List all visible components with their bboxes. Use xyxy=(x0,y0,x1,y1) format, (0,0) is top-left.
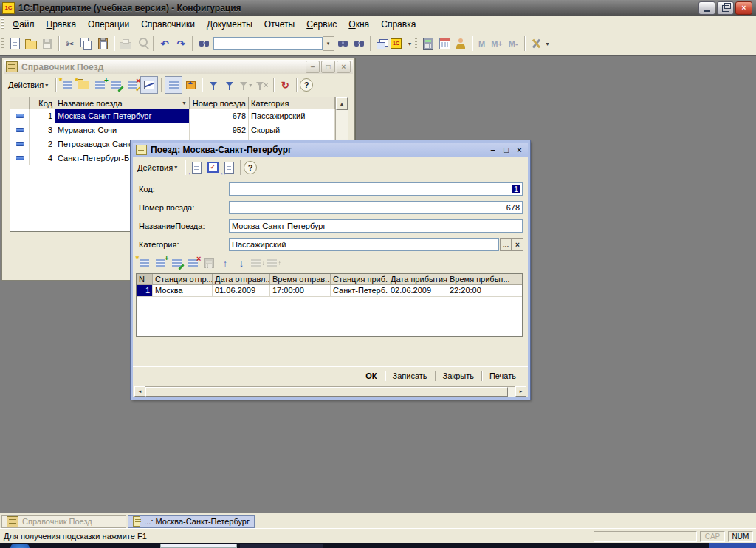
cell-code[interactable]: 1 xyxy=(30,109,55,123)
cell-category[interactable]: Скорый xyxy=(249,123,335,137)
cell-number[interactable]: 678 xyxy=(190,109,249,123)
cell-departure-time[interactable]: 17:00:00 xyxy=(270,285,331,297)
catalog-close-button[interactable]: × xyxy=(337,61,351,73)
memory-add-button[interactable]: M+ xyxy=(488,39,506,48)
add-group-icon[interactable]: * xyxy=(75,77,92,93)
print-preview-icon[interactable] xyxy=(134,35,150,52)
add-item-icon[interactable]: * xyxy=(59,77,75,93)
category-field[interactable]: Пассажирский xyxy=(229,238,499,251)
scrollbar-thumb[interactable] xyxy=(145,387,508,397)
cell-name-selected[interactable]: Москва-Санкт-Петербург xyxy=(55,109,190,123)
write-icon[interactable]: ↔ xyxy=(221,160,237,176)
header-n[interactable]: N xyxy=(137,274,153,285)
redo-icon[interactable]: ↷ xyxy=(173,35,189,52)
menu-documents[interactable]: Документы xyxy=(201,17,258,32)
cell-n-selected[interactable]: 1 xyxy=(137,285,153,297)
reread-icon[interactable]: ✓ xyxy=(205,160,221,176)
filter-by-value-icon[interactable] xyxy=(221,77,238,93)
tools-icon[interactable] xyxy=(528,35,544,52)
menu-catalogs[interactable]: Справочники xyxy=(135,17,201,32)
write-and-close-icon[interactable]: ← xyxy=(188,160,205,176)
header-arrival-time[interactable]: Время прибыт... xyxy=(447,274,522,285)
refresh-icon[interactable]: ↻ xyxy=(277,77,293,93)
find-previous-icon[interactable] xyxy=(351,35,367,52)
header-name[interactable]: Название поезда▼ xyxy=(55,97,190,109)
cell-code[interactable]: 3 xyxy=(30,123,55,137)
add-copy-icon[interactable]: + xyxy=(92,77,108,93)
list-view-icon[interactable] xyxy=(165,76,182,94)
delete-row-icon[interactable]: × xyxy=(185,255,201,271)
train-number-field[interactable]: 678 xyxy=(229,201,523,214)
calendar-icon[interactable] xyxy=(436,35,453,52)
cell-code[interactable]: 4 xyxy=(30,151,55,165)
tools-dropdown-icon[interactable]: ▾ xyxy=(544,41,551,47)
delete-item-icon[interactable]: ×✓ xyxy=(124,77,140,93)
close-dialog-button[interactable]: Закрыть xyxy=(436,369,481,383)
hierarchy-view-icon[interactable] xyxy=(140,76,158,94)
menu-operations[interactable]: Операции xyxy=(82,17,135,32)
menu-file[interactable]: Файл xyxy=(7,17,41,32)
header-departure-date[interactable]: Дата отправл... xyxy=(213,274,270,285)
toolbar-grip[interactable] xyxy=(1,38,4,49)
header-departure-time[interactable]: Время отправ... xyxy=(270,274,331,285)
cell-departure-station[interactable]: Москва xyxy=(153,285,213,297)
cell-code[interactable]: 2 xyxy=(30,137,55,151)
find-next-icon[interactable] xyxy=(334,35,351,52)
print-button[interactable]: Печать xyxy=(482,369,523,383)
dialog-close-button[interactable]: × xyxy=(514,145,525,156)
cell-category[interactable]: Пассажирский xyxy=(249,109,335,123)
memory-subtract-button[interactable]: M- xyxy=(506,39,521,48)
sort-ascending-icon[interactable]: ↓ xyxy=(250,255,266,271)
header-indicator[interactable] xyxy=(10,97,30,109)
tab-train-dialog[interactable]: ...: Москва-Санкт-Петербург xyxy=(128,515,255,528)
cell-departure-date[interactable]: 01.06.2009 xyxy=(213,285,270,297)
sort-filter-icon[interactable] xyxy=(205,77,221,93)
user-monitor-icon[interactable] xyxy=(453,35,469,52)
tab-catalog[interactable]: Справочник Поезд xyxy=(1,515,126,528)
catalog-actions-button[interactable]: Действия ▾ xyxy=(4,77,52,93)
sort-descending-icon[interactable]: ↑ xyxy=(266,255,282,271)
undo-icon[interactable]: ↶ xyxy=(157,35,173,52)
cell-number[interactable]: 952 xyxy=(190,123,249,137)
filter-history-icon[interactable]: ▾ xyxy=(238,77,254,93)
find-icon[interactable] xyxy=(196,35,212,52)
move-row-down-icon[interactable]: ↓ xyxy=(233,255,250,271)
save-icon[interactable] xyxy=(39,35,55,52)
category-clear-button[interactable]: × xyxy=(512,238,523,251)
table-row[interactable]: 3 Мурманск-Сочи 952 Скорый xyxy=(10,123,335,137)
category-lookup-button[interactable]: ... xyxy=(500,238,512,251)
dialog-maximize-button[interactable]: □ xyxy=(501,145,512,156)
cell-arrival-station[interactable]: Санкт-Петерб... xyxy=(331,285,388,297)
open-icon[interactable] xyxy=(23,35,39,52)
help-1c-icon[interactable]: 1С xyxy=(390,35,406,52)
catalog-minimize-button[interactable]: – xyxy=(306,61,320,73)
cell-name[interactable]: Мурманск-Сочи xyxy=(55,123,190,137)
dialog-minimize-button[interactable]: – xyxy=(487,145,498,156)
dialog-actions-button[interactable]: Действия ▾ xyxy=(133,160,182,176)
edit-item-icon[interactable] xyxy=(108,77,124,93)
copy-icon[interactable] xyxy=(78,35,94,52)
dialog-titlebar[interactable]: Поезд: Москва-Санкт-Петербург – □ × xyxy=(133,143,528,157)
route-row[interactable]: 1 Москва 01.06.2009 17:00:00 Санкт-Петер… xyxy=(137,285,522,297)
scroll-left-icon[interactable]: ◂ xyxy=(134,386,145,397)
write-button[interactable]: Записать xyxy=(385,369,435,383)
close-button[interactable]: × xyxy=(735,1,752,15)
catalog-titlebar[interactable]: Справочник Поезд – □ × xyxy=(4,60,353,74)
catalog-help-icon[interactable]: ? xyxy=(300,78,313,92)
print-icon[interactable] xyxy=(117,35,134,52)
scrollbar-track[interactable] xyxy=(145,386,515,397)
scroll-up-icon[interactable]: ▲ xyxy=(336,97,348,110)
menu-windows[interactable]: Окна xyxy=(343,17,375,32)
search-dropdown-icon[interactable]: ▾ xyxy=(323,36,334,51)
menu-help[interactable]: Справка xyxy=(375,17,422,32)
horizontal-scrollbar[interactable]: ◂ ▸ xyxy=(134,386,526,397)
toolbar-overflow-icon[interactable]: ▾ xyxy=(406,41,413,47)
insert-row-icon[interactable]: + xyxy=(152,255,168,271)
header-departure-station[interactable]: Станция отпр... xyxy=(153,274,213,285)
header-code[interactable]: Код xyxy=(30,97,55,109)
paste-icon[interactable] xyxy=(94,35,111,52)
calculator-icon[interactable] xyxy=(420,35,436,52)
menu-service[interactable]: Сервис xyxy=(300,17,343,32)
scroll-right-icon[interactable]: ▸ xyxy=(515,386,526,397)
restore-button[interactable] xyxy=(717,1,734,15)
